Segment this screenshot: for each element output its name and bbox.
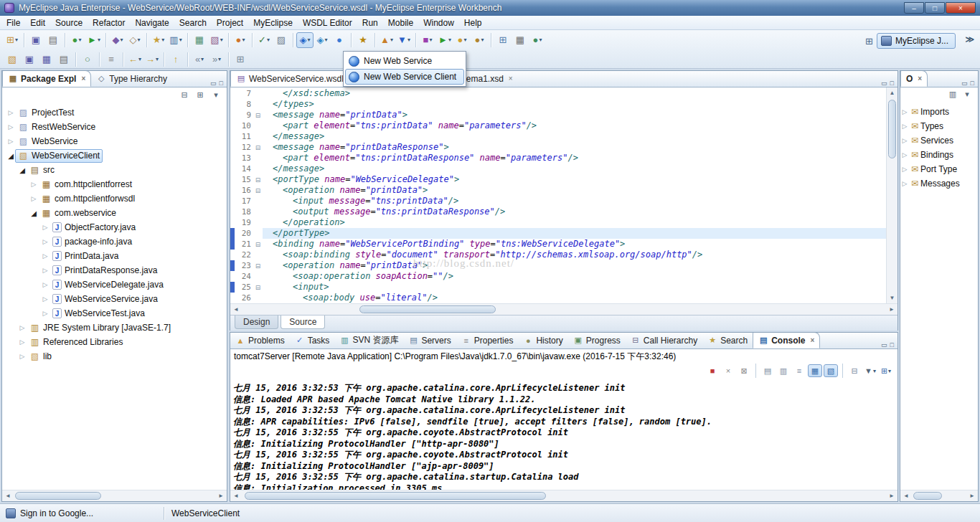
tree-item-projecttest[interactable]: ▷ProjectTest: [2, 105, 227, 120]
tree-item-src[interactable]: ◢src: [2, 163, 227, 177]
last-edit-location-button[interactable]: ↑: [167, 52, 184, 67]
tab-svn[interactable]: SVN 资源库: [334, 333, 403, 348]
close-icon[interactable]: ×: [509, 75, 513, 82]
tree-item-com-webservice[interactable]: ◢com.webservice: [2, 206, 227, 220]
expand-arrow-icon[interactable]: ▷: [900, 180, 909, 187]
back-button[interactable]: ←▾: [126, 52, 143, 67]
generate-button[interactable]: ●▾: [529, 32, 546, 48]
expand-arrow-icon[interactable]: ▷: [18, 324, 27, 331]
external-tools-button[interactable]: ★▾: [150, 32, 167, 48]
remove-launch-button[interactable]: ×: [721, 364, 735, 377]
scroll-right-icon[interactable]: [966, 493, 978, 499]
expand-arrow-icon[interactable]: ▷: [29, 195, 38, 202]
forward-button[interactable]: →▾: [143, 52, 161, 67]
menu-file[interactable]: File: [1, 16, 25, 29]
table-button[interactable]: ⊞: [494, 32, 512, 48]
scroll-thumb[interactable]: [245, 492, 546, 500]
new-wizard-button[interactable]: ⊞▾: [4, 32, 21, 48]
profile-button[interactable]: ■▾: [419, 32, 436, 48]
expand-arrow-icon[interactable]: ▷: [900, 166, 909, 173]
collapse-arrow-icon[interactable]: ◢: [6, 152, 15, 160]
scroll-left-icon[interactable]: [2, 493, 14, 499]
outline-item-messages[interactable]: ▷Messages: [900, 176, 978, 191]
open-perspective-icon[interactable]: ⊞: [865, 36, 873, 47]
tree-item-printdataresponse-java[interactable]: ▷JPrintDataResponse.java: [2, 263, 227, 277]
menu-help[interactable]: Help: [459, 16, 487, 29]
link-with-editor-button[interactable]: ⊞: [232, 52, 249, 67]
expand-arrow-icon[interactable]: ▷: [900, 108, 909, 115]
tree-item-webservicetest-java[interactable]: ▷JWebServiceTest.java: [2, 306, 227, 321]
run-button[interactable]: ►▾: [85, 32, 103, 48]
tree-item-webservice[interactable]: ▷WebService: [2, 134, 227, 148]
menu-item-new-web-service[interactable]: New Web Service: [345, 53, 464, 69]
minimize-button[interactable]: –: [904, 2, 924, 14]
tree-item-jre-system-library-javase-1-7[interactable]: ▷JRE System Library [JavaSE-1.7]: [2, 321, 227, 335]
tree-item-package-info-java[interactable]: ▷Jpackage-info.java: [2, 234, 227, 249]
menu-edit[interactable]: Edit: [25, 16, 50, 29]
scroll-thumb[interactable]: [15, 492, 101, 500]
maximize-view-icon[interactable]: □: [890, 80, 894, 87]
tree-item-webservicedelegate-java[interactable]: ▷JWebServiceDelegate.java: [2, 277, 227, 292]
launch-browser-button[interactable]: ●: [331, 32, 348, 48]
run-server-button[interactable]: ►▾: [436, 32, 453, 48]
expand-arrow-icon[interactable]: ▷: [41, 310, 50, 317]
expand-arrow-icon[interactable]: ▷: [41, 267, 50, 274]
fold-collapse-icon[interactable]: ⊟: [253, 176, 263, 184]
close-icon[interactable]: ×: [918, 75, 922, 82]
menu-window[interactable]: Window: [418, 16, 459, 29]
expand-arrow-icon[interactable]: ▷: [900, 151, 909, 158]
expand-arrow-icon[interactable]: ▷: [29, 181, 38, 188]
scroll-lock-button[interactable]: ▥: [776, 364, 791, 377]
scroll-left-icon[interactable]: [900, 493, 912, 499]
save-editor-button[interactable]: ▣: [21, 52, 38, 67]
console-output[interactable]: 七月 15, 2016 3:32:53 下午 org.apache.catali…: [230, 379, 897, 490]
scroll-right-icon[interactable]: [886, 306, 897, 313]
tab-properties[interactable]: Properties: [456, 333, 519, 348]
outline-item-bindings[interactable]: ▷Bindings: [900, 148, 978, 162]
expand-arrow-icon[interactable]: ▷: [41, 281, 50, 288]
print-editor-button[interactable]: ▤: [55, 52, 72, 67]
close-icon[interactable]: ×: [811, 336, 815, 344]
clear-console-button[interactable]: ▤: [760, 364, 775, 377]
expand-arrow-icon[interactable]: ▷: [41, 252, 50, 260]
tree-item-referenced-libraries[interactable]: ▷Referenced Libraries: [2, 335, 227, 349]
outline-item-port-type[interactable]: ▷Port Type: [900, 162, 978, 176]
hammer-button[interactable]: ▦: [512, 32, 529, 48]
tree-item-com-httpclientforrest[interactable]: ▷com.httpclientforrest: [2, 177, 227, 191]
tab-type-hierarchy[interactable]: Type Hierarchy: [91, 71, 172, 87]
tab-design[interactable]: Design: [235, 315, 278, 329]
tree-item-com-httpclientforwsdl[interactable]: ▷com.httpclientforwsdl: [2, 191, 227, 206]
scroll-thumb[interactable]: [888, 100, 896, 158]
new-web-service-button[interactable]: ◈▾: [296, 32, 314, 48]
scroll-up-icon[interactable]: [887, 87, 897, 98]
view-menu-button[interactable]: ▾: [960, 87, 974, 100]
new-java-class-button[interactable]: ◆▾: [109, 32, 126, 48]
build-button[interactable]: ▨: [273, 32, 290, 48]
outline-item-types[interactable]: ▷Types: [900, 119, 978, 133]
java-ee-button[interactable]: ▲▾: [378, 32, 395, 48]
new-web-service-client-button[interactable]: ◈▾: [314, 32, 331, 48]
tree-item-webserviceclient[interactable]: ◢WebServiceClient: [2, 148, 227, 163]
fold-collapse-icon[interactable]: ⊟: [253, 187, 263, 194]
minimize-view-icon[interactable]: ▭: [881, 341, 887, 348]
save-all-button[interactable]: ▦: [38, 52, 55, 67]
fold-collapse-icon[interactable]: ⊟: [253, 241, 263, 248]
scroll-right-icon[interactable]: [886, 493, 897, 499]
collapse-arrow-icon[interactable]: ◢: [29, 209, 38, 217]
minimize-view-icon[interactable]: ▭: [210, 80, 217, 87]
pin-console-button[interactable]: ⊟: [847, 364, 862, 377]
menu-wsdl-editor[interactable]: WSDL Editor: [298, 16, 357, 29]
collapse-arrow-icon[interactable]: ◢: [18, 166, 27, 174]
console-hscrollbar[interactable]: [230, 490, 897, 501]
close-icon[interactable]: ×: [81, 75, 85, 82]
package-explorer-hscrollbar[interactable]: [2, 490, 227, 501]
tab-console[interactable]: Console×: [753, 333, 820, 348]
fold-collapse-icon[interactable]: ⊟: [253, 144, 263, 151]
toggle-mark-button[interactable]: ≡: [103, 52, 120, 67]
menu-navigate[interactable]: Navigate: [130, 16, 174, 29]
expand-arrow-icon[interactable]: ▷: [41, 238, 50, 245]
refresh-button[interactable]: ○: [79, 52, 96, 67]
coverage-as-button[interactable]: ●▾: [471, 32, 488, 48]
tomcat-button[interactable]: ●▾: [232, 32, 249, 48]
fold-collapse-icon[interactable]: ⊟: [253, 262, 263, 270]
